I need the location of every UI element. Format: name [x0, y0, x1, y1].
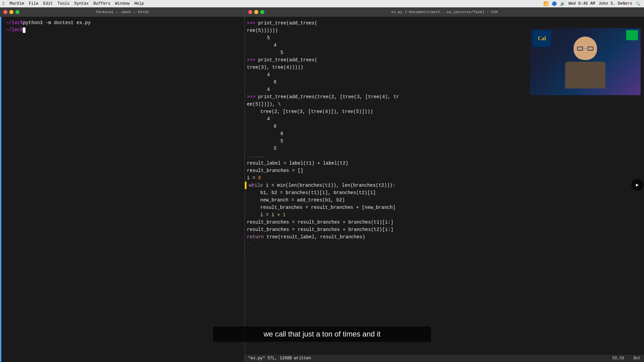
person: [558, 33, 612, 90]
cursor: [23, 27, 25, 33]
line-marker: [245, 182, 247, 189]
cal-logo: Cal: [533, 30, 551, 47]
menu-edit[interactable]: Edit: [43, 1, 53, 6]
webcam-overlay: Cal: [530, 28, 641, 95]
subtitle-bar: we call that just a ton of times and it: [213, 326, 431, 342]
vim-close-button[interactable]: [248, 10, 252, 14]
vim-window[interactable]: ex.py (~Documents/work...1a_lectures/fa2…: [245, 7, 644, 362]
code-line-17: 5: [245, 137, 644, 145]
terminal-line-1: ~/lec$ python3 -m doctest ex.py: [6, 19, 241, 26]
vim-title: ex.py (~Documents/work...1a_lectures/fa2…: [391, 10, 498, 14]
menu-syntax[interactable]: Syntax: [74, 1, 89, 6]
code-line-rb-t1: result_branches = result_branches + bran…: [245, 219, 644, 226]
vim-maximize-button[interactable]: [260, 10, 264, 14]
play-button[interactable]: ▶: [631, 179, 643, 191]
menu-buffers[interactable]: Buffers: [93, 1, 110, 6]
vim-position: 50,56 Bot: [612, 356, 641, 361]
code-line-rb-t2: result_branches = result_branches + bran…: [245, 226, 644, 233]
username: John S. DeNero: [598, 1, 632, 6]
code-line-i-inc: i = i + 1: [245, 211, 644, 219]
vim-editor-content[interactable]: Cal: [245, 17, 644, 355]
apple-menu[interactable]: : [3, 1, 5, 6]
code-line-b1b2: b1, b2 = branches(t1)[i], branches(t2)[i…: [245, 189, 644, 196]
terminal-title: Terminal — -bash — 54×31: [96, 10, 149, 14]
cmd-1: python3 -m doctest ex.py: [23, 19, 91, 26]
volume-icon: 🔊: [560, 1, 565, 6]
windows-container: Terminal — -bash — 54×31 ~/lec$ python3 …: [0, 7, 644, 362]
code-line-16: 8: [245, 130, 644, 137]
vim-pos-number: 50,56: [612, 356, 624, 361]
code-line-i-init: i = 0: [245, 174, 644, 182]
maximize-button[interactable]: [15, 10, 19, 14]
code-line-return: return tree(result_label, result_branche…: [245, 233, 644, 241]
glass-left: [577, 47, 583, 51]
prompt-1: ~/lec$: [6, 19, 23, 26]
person-body: [565, 62, 605, 88]
terminal-content[interactable]: ~/lec$ python3 -m doctest ex.py ~/lec$: [0, 17, 245, 362]
vim-bot: Bot: [633, 356, 641, 361]
search-icon[interactable]: 🔍: [636, 1, 641, 6]
code-line-13: tree(2, [tree(3, [tree(4)]), tree(5)]))): [245, 108, 644, 115]
menubar-right: 📶 🔵 🔊 Wed 8:46 AM John S. DeNero 🔍: [543, 1, 641, 6]
terminal-titlebar: Terminal — -bash — 54×31: [0, 7, 245, 17]
menu-window[interactable]: Window: [115, 1, 129, 6]
code-line-result-branches: result_branches = []: [245, 167, 644, 174]
vim-minimize-button[interactable]: [254, 10, 258, 14]
person-head: [574, 37, 597, 60]
menu-tools[interactable]: Tools: [57, 1, 69, 6]
vim-file-info: "ex.py" 57L, 1298B written: [248, 356, 311, 361]
bluetooth-icon: 🔵: [552, 1, 557, 6]
person-glasses: [577, 47, 594, 51]
left-border-indicator: [0, 19, 1, 362]
code-line-1: >>> print_tree(add_trees(: [245, 19, 644, 27]
terminal-line-2: ~/lec$: [6, 26, 241, 34]
prompt-2: ~/lec$: [6, 26, 23, 34]
code-line-rb-update: result_branches = result_branches + [new…: [245, 204, 644, 211]
webcam-content: Cal: [530, 28, 641, 95]
clock: Wed 8:46 AM: [569, 1, 595, 6]
minimize-button[interactable]: [9, 10, 13, 14]
menu-help[interactable]: Help: [134, 1, 144, 6]
code-line-14: 4: [245, 115, 644, 123]
code-line-tilde-1: ~: [245, 241, 644, 248]
menu-file[interactable]: File: [29, 1, 39, 6]
glass-right: [588, 47, 594, 51]
code-line-dotdot: ......: [245, 152, 644, 160]
code-line-new-branch: new_branch = add_trees(b1, b2): [245, 196, 644, 204]
vim-titlebar: ex.py (~Documents/work...1a_lectures/fa2…: [245, 7, 644, 17]
close-button[interactable]: [3, 10, 7, 14]
code-line-18: 5: [245, 145, 644, 152]
glass-bridge: [585, 49, 586, 49]
code-line-12: ee(5)])]), \: [245, 101, 644, 108]
code-line-15: 6: [245, 123, 644, 130]
vim-statusbar: "ex.py" 57L, 1298B written 50,56 Bot: [245, 355, 644, 362]
code-line-while: while i < min(len(branches(t1)), len(bra…: [245, 182, 644, 189]
video-controls[interactable]: ▶: [631, 179, 644, 191]
green-square: [626, 30, 638, 40]
terminal-window: Terminal — -bash — 54×31 ~/lec$ python3 …: [0, 7, 245, 362]
code-line-tilde-2: ~: [245, 248, 644, 255]
code-line-result-label: result_label = label(t1) + label(t2): [245, 160, 644, 167]
menubar:  MacVim File Edit Tools Syntax Buffers …: [0, 0, 644, 7]
wifi-icon: 📶: [543, 1, 548, 6]
menu-macvim[interactable]: MacVim: [9, 1, 24, 6]
